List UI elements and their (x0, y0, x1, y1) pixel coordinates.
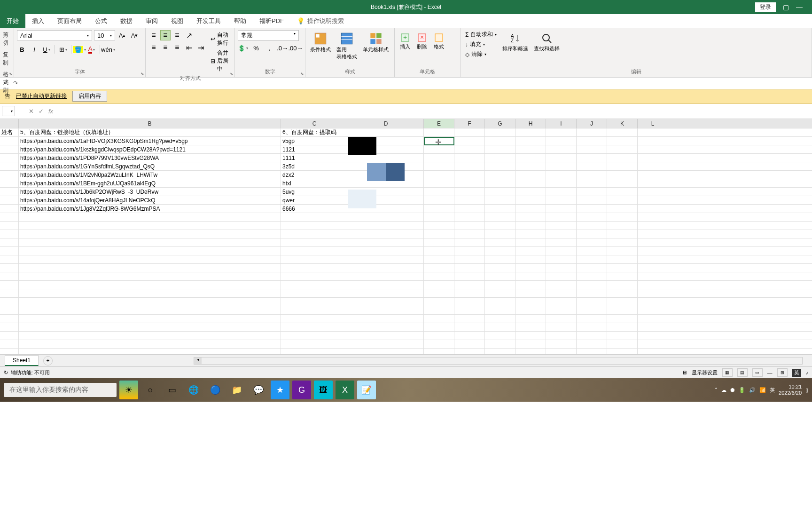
cell-url[interactable]: https://pan.baidu.com/s/1kszkggdClwqspOE… (19, 145, 281, 153)
cell[interactable] (281, 264, 348, 272)
cell[interactable] (424, 340, 454, 348)
cell[interactable] (515, 222, 546, 230)
cell[interactable] (515, 205, 546, 213)
formula-input[interactable] (59, 106, 810, 116)
cell[interactable] (607, 162, 638, 170)
cell[interactable] (485, 247, 515, 255)
cell[interactable] (454, 222, 485, 230)
foxit-icon[interactable]: G (292, 381, 311, 399)
cell[interactable] (638, 230, 668, 238)
tray-volume-icon[interactable]: 🔊 (749, 387, 756, 393)
wechat-icon[interactable]: 💬 (249, 381, 268, 399)
col-header-K[interactable]: K (607, 119, 638, 128)
cancel-formula-icon[interactable]: ✕ (29, 108, 34, 115)
cell[interactable] (546, 205, 577, 213)
cell[interactable] (424, 238, 454, 246)
excel-icon[interactable]: X (336, 381, 354, 399)
cell[interactable] (348, 298, 424, 306)
login-button[interactable]: 登录 (755, 2, 776, 12)
cell-url[interactable]: https://pan.baidu.com/s/1BEm-ggh2uUJQa96… (19, 179, 281, 187)
cell[interactable] (546, 162, 577, 170)
cell[interactable] (281, 230, 348, 238)
cell[interactable] (19, 323, 281, 331)
ime-toggle-icon[interactable]: ♪ (806, 370, 809, 375)
alignment-launcher-icon[interactable]: ⬊ (230, 71, 234, 76)
cell[interactable] (0, 306, 19, 314)
cell[interactable] (0, 171, 19, 179)
cell[interactable] (607, 188, 638, 196)
cell[interactable] (546, 340, 577, 348)
cell[interactable] (281, 238, 348, 246)
cell[interactable] (454, 128, 485, 136)
cell[interactable] (281, 222, 348, 230)
cell[interactable] (577, 162, 607, 170)
cell[interactable] (577, 238, 607, 246)
cell[interactable] (515, 289, 546, 297)
cell[interactable] (638, 128, 668, 136)
tab-page-layout[interactable]: 页面布局 (51, 14, 88, 28)
cell[interactable] (0, 247, 19, 255)
enable-content-button[interactable]: 启用内容 (72, 91, 107, 102)
cell[interactable] (485, 128, 515, 136)
tab-developer[interactable]: 开发工具 (190, 14, 227, 28)
cell[interactable] (577, 306, 607, 314)
cell[interactable] (348, 289, 424, 297)
cell[interactable] (485, 306, 515, 314)
cell[interactable] (19, 349, 281, 354)
cell[interactable] (424, 162, 454, 170)
cell[interactable] (638, 222, 668, 230)
cell[interactable] (454, 145, 485, 153)
cell[interactable] (577, 323, 607, 331)
weather-icon[interactable]: ☀ (119, 381, 138, 399)
col-header-F[interactable]: F (454, 119, 485, 128)
cell[interactable] (424, 264, 454, 272)
add-sheet-button[interactable]: + (43, 356, 53, 365)
cell[interactable] (607, 205, 638, 213)
cell[interactable] (638, 238, 668, 246)
photos-icon[interactable]: 🖼 (314, 381, 333, 399)
increase-indent-icon[interactable]: ⇥ (195, 42, 206, 53)
cell[interactable] (515, 298, 546, 306)
cell[interactable] (424, 289, 454, 297)
cell[interactable] (424, 323, 454, 331)
cell[interactable] (485, 162, 515, 170)
cell[interactable] (607, 145, 638, 153)
cell[interactable] (638, 255, 668, 263)
cell[interactable] (485, 340, 515, 348)
page-layout-view-icon[interactable]: ▤ (737, 368, 748, 377)
notepad-icon[interactable]: 📝 (357, 381, 376, 399)
edge-icon[interactable]: 🌐 (184, 381, 203, 399)
cell[interactable] (424, 349, 454, 354)
cell[interactable] (281, 332, 348, 340)
italic-btn[interactable]: I (29, 44, 39, 55)
cell[interactable] (577, 196, 607, 204)
cell[interactable] (485, 264, 515, 272)
cell-code[interactable]: dzx2 (281, 171, 348, 179)
increase-decimal-icon[interactable]: .0→ (277, 43, 288, 53)
cell[interactable] (281, 323, 348, 331)
border-btn[interactable]: ⊞ (58, 44, 68, 55)
cell[interactable] (454, 349, 485, 354)
cell[interactable] (546, 306, 577, 314)
underline-btn[interactable]: U (41, 44, 52, 55)
zoom-grid-icon[interactable]: ⊞ (777, 368, 788, 377)
sheet-tab-sheet1[interactable]: Sheet1 (5, 355, 39, 366)
cell[interactable] (515, 196, 546, 204)
cell[interactable] (424, 145, 454, 153)
cell[interactable] (0, 255, 19, 263)
cell-url[interactable]: https://pan.baidu.com/s/1PD8P799V130vwES… (19, 154, 281, 162)
align-top-icon[interactable]: ≡ (148, 30, 159, 40)
tab-help[interactable]: 帮助 (227, 14, 253, 28)
cell[interactable] (0, 145, 19, 153)
cell[interactable] (546, 289, 577, 297)
cell[interactable] (0, 315, 19, 323)
cell[interactable] (485, 145, 515, 153)
cell[interactable] (348, 255, 424, 263)
tab-formulas[interactable]: 公式 (88, 14, 114, 28)
cell[interactable] (485, 323, 515, 331)
cell[interactable] (19, 298, 281, 306)
cell[interactable] (515, 179, 546, 187)
cell[interactable] (638, 306, 668, 314)
cell[interactable] (348, 306, 424, 314)
col-header-G[interactable]: G (485, 119, 515, 128)
